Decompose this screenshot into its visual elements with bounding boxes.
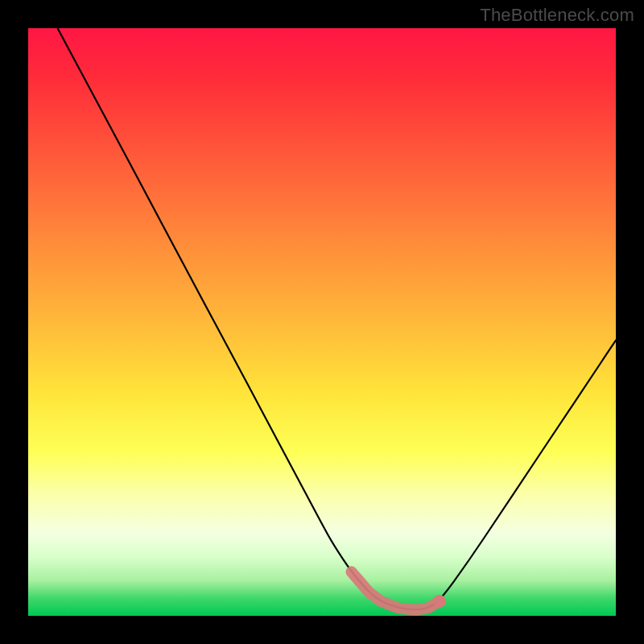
highlight-band <box>352 572 447 609</box>
watermark-text: TheBottleneck.com <box>480 5 634 26</box>
chart-svg <box>28 28 616 616</box>
bottleneck-curve-line <box>58 28 617 609</box>
plot-area <box>28 28 616 616</box>
chart-frame: TheBottleneck.com <box>0 0 644 644</box>
svg-point-0 <box>433 595 446 608</box>
